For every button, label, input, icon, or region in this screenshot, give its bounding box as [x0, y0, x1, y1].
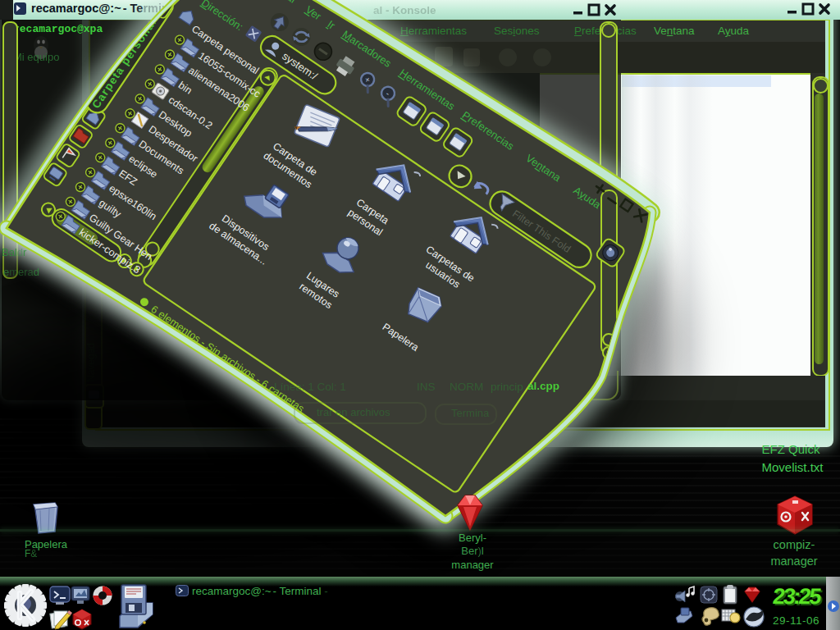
- svg-text:23:25: 23:25: [772, 583, 823, 609]
